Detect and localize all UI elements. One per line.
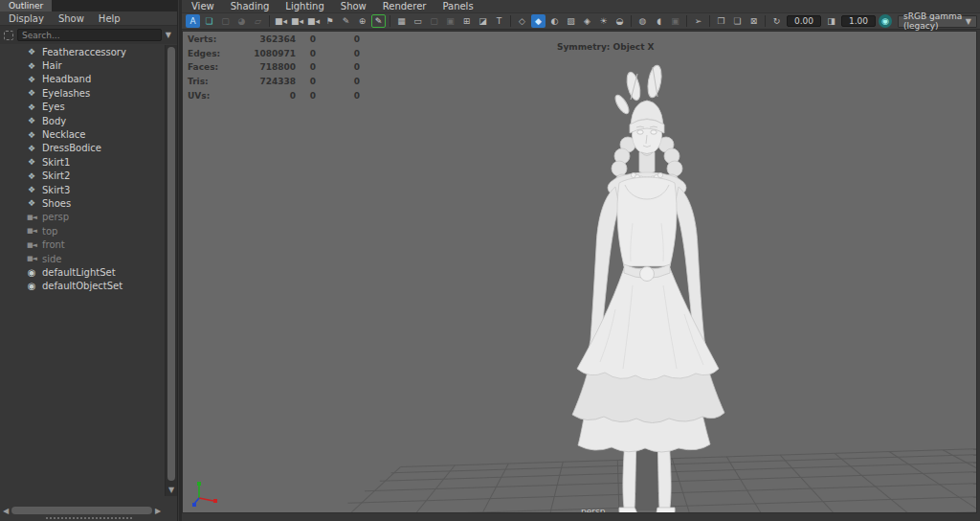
icon-glyph: ◨	[827, 16, 835, 26]
hud-component: 0	[316, 75, 360, 89]
icon-glyph: ▨	[567, 16, 575, 26]
scrollbar-down-arrow-icon[interactable]: ▼	[166, 486, 177, 494]
outliner-item-skirt1[interactable]: ❖ Skirt1	[0, 155, 164, 169]
panel-menu-view[interactable]: View	[191, 1, 214, 11]
scrollbar-thumb[interactable]	[11, 507, 152, 514]
outliner-item-label: Skirt3	[42, 185, 70, 195]
grid-toggle-icon[interactable]: ▦	[394, 14, 409, 28]
icon-glyph: A	[189, 16, 195, 26]
grease-pencil-icon[interactable]: ✎	[339, 14, 353, 28]
icon-glyph: ◪	[479, 16, 487, 26]
outliner-item-skirt2[interactable]: ❖ Skirt2	[0, 170, 164, 183]
outliner-item-label: defaultObjectSet	[42, 281, 122, 291]
scrollbar-thumb[interactable]	[167, 47, 175, 481]
gamma-correction-icon[interactable]: ◉	[879, 14, 892, 28]
contrast-icon[interactable]: ◨	[824, 14, 838, 28]
hud-total: 724338	[240, 75, 296, 89]
icon-glyph: ◐	[551, 16, 559, 26]
outliner-item-featheraccessory[interactable]: ❖ Featheraccessory	[0, 45, 164, 58]
safe-title-icon[interactable]: T	[492, 14, 506, 28]
shadows-icon[interactable]: ◒	[612, 14, 627, 28]
outliner-item-necklace[interactable]: ❖ Necklace	[0, 127, 164, 141]
bookmark-view-icon[interactable]: ⚑	[323, 14, 337, 28]
view-transform-dropdown[interactable]: sRGB gamma (legacy) ▼	[898, 15, 977, 28]
multisample-icon[interactable]: ▣	[668, 14, 682, 28]
resolution-gate-icon[interactable]: ▢	[427, 14, 441, 28]
outliner-item-persp[interactable]: ■◄ persp	[0, 211, 164, 224]
search-input[interactable]	[17, 29, 162, 41]
render-region-icon[interactable]: ▱	[251, 14, 265, 28]
panel-menu-panels[interactable]: Panels	[442, 1, 473, 11]
gate-mask-icon[interactable]: ▣	[443, 14, 457, 28]
viewport-canvas[interactable]: Verts: 362364 0 0 Edges: 1080971 0 0 Fac…	[182, 31, 977, 513]
waist-knot	[640, 267, 655, 282]
xray-joints-icon[interactable]: ⊠	[746, 14, 761, 28]
exposure-field[interactable]	[787, 15, 821, 27]
outliner-item-body[interactable]: ❖ Body	[0, 114, 164, 127]
panel-menu-renderer[interactable]: Renderer	[383, 1, 427, 11]
select-camera-icon[interactable]: ■◂	[274, 14, 288, 28]
scrollbar-right-arrow-icon[interactable]: ▶	[154, 507, 162, 515]
panel-menu-shading[interactable]: Shading	[231, 1, 270, 11]
panel-menu-lighting[interactable]: Lighting	[285, 1, 323, 11]
xray-active-icon[interactable]: ❏	[730, 14, 745, 28]
motion-blur-icon[interactable]: ◖	[652, 14, 666, 28]
filter-icon[interactable]	[4, 31, 13, 40]
outliner-vertical-scrollbar[interactable]: ▼	[165, 45, 177, 496]
outliner-horizontal-scrollbar[interactable]: ◀ ▶	[2, 506, 162, 515]
pan-zoom-icon[interactable]: ⊕	[355, 14, 369, 28]
annotate-pencil-icon[interactable]: ✎	[371, 14, 386, 28]
outliner-menu-help[interactable]: Help	[99, 13, 121, 24]
icon-glyph: ◈	[584, 16, 590, 26]
lasso-select-icon[interactable]: ▢	[218, 14, 233, 28]
outliner-item-top[interactable]: ■◄ top	[0, 224, 164, 238]
textured-icon[interactable]: ▨	[564, 14, 578, 28]
node-type-icon: ❖	[26, 144, 37, 153]
outliner-item-defaultobjectset[interactable]: ◉ defaultObjectSet	[0, 280, 164, 293]
hud-selected: 0	[296, 60, 316, 75]
outliner-menu-show[interactable]: Show	[58, 13, 84, 24]
smooth-shade-icon[interactable]: ◆	[531, 14, 546, 28]
paint-select-icon[interactable]: ◕	[234, 14, 249, 28]
outliner-item-label: defaultLightSet	[42, 267, 116, 278]
xray-icon[interactable]: ❐	[714, 14, 728, 28]
film-gate-icon[interactable]: ▭	[411, 14, 425, 28]
outliner-item-shoes[interactable]: ❖ Shoes	[0, 196, 164, 210]
selection-mode-icon[interactable]: A	[186, 14, 200, 28]
outliner-item-eyelashes[interactable]: ❖ Eyelashes	[0, 86, 164, 100]
outliner-item-skirt3[interactable]: ❖ Skirt3	[0, 183, 164, 196]
isolate-select-icon[interactable]: ➢	[691, 14, 705, 28]
outliner-item-headband[interactable]: ❖ Headband	[0, 73, 164, 86]
outliner-item-front[interactable]: ■◄ front	[0, 238, 164, 251]
exposure-icon[interactable]: ↻	[769, 14, 784, 28]
icon-glyph: ◉	[881, 16, 889, 26]
default-material-icon[interactable]: ◐	[547, 14, 562, 28]
outliner-item-eyes[interactable]: ❖ Eyes	[0, 101, 164, 114]
panel-resize-grip[interactable]	[46, 517, 132, 519]
panel-menu-show[interactable]: Show	[341, 1, 367, 11]
outliner-item-defaultlightset[interactable]: ◉ defaultLightSet	[0, 265, 164, 279]
wireframe-on-shaded-icon[interactable]: ◈	[580, 14, 594, 28]
field-chart-icon[interactable]: ⊞	[459, 14, 474, 28]
lock-camera-icon[interactable]: ■◂	[290, 14, 304, 28]
camera-attributes-icon[interactable]: ■◂	[306, 14, 321, 28]
outliner-menu-display[interactable]: Display	[9, 13, 44, 24]
marquee-select-icon[interactable]: ❏	[202, 14, 216, 28]
toolbar-separator	[686, 15, 687, 27]
icon-glyph: ▭	[413, 16, 422, 26]
search-options-chevron-down-icon[interactable]: ▼	[166, 31, 173, 39]
occlusion-icon[interactable]: ◍	[635, 14, 650, 28]
outliner-item-dressbodice[interactable]: ❖ DressBodice	[0, 142, 164, 155]
gamma-field[interactable]	[841, 15, 876, 27]
toolbar-separator	[765, 15, 766, 27]
node-type-icon: ■◄	[26, 214, 37, 221]
safe-action-icon[interactable]: ◪	[476, 14, 490, 28]
outliner-item-side[interactable]: ■◄ side	[0, 252, 164, 265]
all-lights-icon[interactable]: ☀	[596, 14, 611, 28]
wireframe-icon[interactable]: ◇	[515, 14, 529, 28]
viewport-panel: ViewShadingLightingShowRendererPanels A❏…	[182, 0, 980, 521]
scrollbar-left-arrow-icon[interactable]: ◀	[2, 507, 10, 515]
outliner-tab[interactable]: Outliner	[0, 0, 52, 11]
outliner-item-hair[interactable]: ❖ Hair	[0, 58, 164, 72]
outliner-item-label: Eyelashes	[42, 88, 90, 99]
